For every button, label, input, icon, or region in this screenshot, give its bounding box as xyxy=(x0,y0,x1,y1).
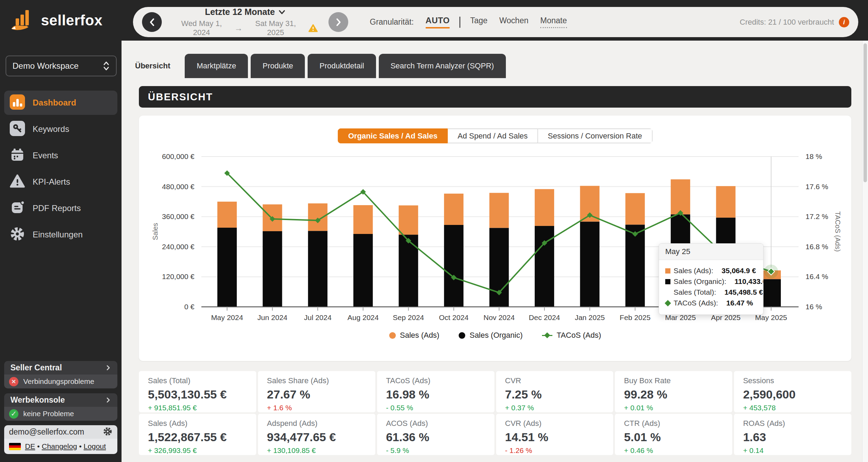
legend-line-marker xyxy=(542,332,552,339)
kpi-value: 14.51 % xyxy=(505,430,604,444)
calendar-icon xyxy=(10,147,25,164)
connection-header[interactable]: Werbekonsole xyxy=(4,393,117,407)
sidebar-item-dashboard[interactable]: Dashboard xyxy=(4,91,117,115)
legend-item-sales-ads-[interactable]: Sales (Ads) xyxy=(389,331,440,340)
key-icon xyxy=(10,121,25,137)
sidebar-item-kpi-alerts[interactable]: KPI-Alerts xyxy=(4,170,117,194)
date-range: Letzte 12 Monate Wed May 1, 2024 → Sat M… xyxy=(172,7,318,37)
kpi-card-tacos-ads-: TACoS (Ads)16.98 %- 0.55 % xyxy=(377,371,494,412)
tooltip-row: TACoS (Ads): 16.47 % xyxy=(665,299,757,307)
granularity-option-tage[interactable]: Tage xyxy=(470,16,487,28)
user-account-row: demo@sellerfox.com xyxy=(4,425,117,439)
kpi-card-sessions: Sessions2,590,600+ 453,578 xyxy=(734,371,851,412)
kpi-delta: + 0.46 % xyxy=(624,446,723,455)
sidebar-item-label: Keywords xyxy=(33,124,69,134)
user-settings-gear-icon[interactable] xyxy=(103,427,112,438)
kpi-label: TACoS (Ads) xyxy=(386,376,485,385)
kpi-label: Buy Box Rate xyxy=(624,376,723,385)
granularity-option-wochen[interactable]: Wochen xyxy=(499,16,528,28)
y-tick-left: 480,000 € xyxy=(139,183,194,191)
connection-status-text: keine Probleme xyxy=(23,410,74,418)
kpi-value: 27.67 % xyxy=(267,388,366,401)
legend-label: Sales (Organic) xyxy=(469,331,523,340)
y-tick-right: 18 % xyxy=(806,152,822,161)
kpi-delta: + 130,109.85 € xyxy=(267,446,366,455)
tab-search-term-analyzer-sqpr-[interactable]: Search Term Analyzer (SQPR) xyxy=(379,54,506,78)
tab-bar: ÜbersichtMarktplätzeProdukteProduktdetai… xyxy=(123,54,506,78)
toggle-organic-sales-ad-sales[interactable]: Organic Sales / Ad Sales xyxy=(338,128,448,143)
sidebar-item-pdf-reports[interactable]: PDF Reports xyxy=(4,196,117,220)
tooltip-label: TACoS (Ads): xyxy=(674,299,718,307)
tooltip-value: 35,064.9 € xyxy=(721,267,756,275)
kpi-delta: - 0.55 % xyxy=(386,404,485,412)
chart-card: Organic Sales / Ad SalesAd Spend / Ad Sa… xyxy=(139,116,851,361)
info-icon[interactable]: i xyxy=(839,17,849,27)
kpi-label: Sessions xyxy=(743,376,842,385)
user-link-de[interactable]: DE xyxy=(25,442,35,450)
workspace-selector[interactable]: Demo Workspace xyxy=(6,56,117,76)
next-period-button[interactable] xyxy=(328,12,348,32)
check-icon: ✓ xyxy=(9,409,18,419)
tab-übersicht[interactable]: Übersicht xyxy=(123,54,182,78)
chart-view-toggle: Organic Sales / Ad SalesAd Spend / Ad Sa… xyxy=(338,128,653,143)
warning-icon xyxy=(308,24,318,33)
user-card: demo@sellerfox.com DE • Changelog • Logo… xyxy=(4,425,117,454)
chevron-right-icon xyxy=(105,397,111,403)
chart-legend: Sales (Ads)Sales (Organic)TACoS (Ads) xyxy=(139,331,851,340)
topbar: sellerfox Letzte 12 Monate Wed May 1, 20… xyxy=(0,0,868,41)
toggle-ad-spend-ad-sales[interactable]: Ad Spend / Ad Sales xyxy=(448,128,538,143)
kpi-card-sales-total-: Sales (Total)5,503,130.55 €+ 915,851.95 … xyxy=(139,371,256,412)
chevron-right-icon xyxy=(105,365,111,371)
granularity-option-auto[interactable]: AUTO xyxy=(426,16,450,28)
granularity-switch: Granularität: AUTO Tage Wochen Monate xyxy=(370,16,567,28)
previous-period-button[interactable] xyxy=(142,12,162,32)
kpi-delta: + 453,578 xyxy=(743,404,842,412)
separator: • xyxy=(35,442,42,450)
user-links: DE • Changelog • Logout xyxy=(25,442,106,451)
toggle-sessions-conversion-rate[interactable]: Sessions / Conversion Rate xyxy=(538,128,652,143)
dashboard-icon xyxy=(10,94,25,111)
sidebar-item-label: Einstellungen xyxy=(33,230,83,240)
user-link-logout[interactable]: Logout xyxy=(84,442,106,450)
sidebar-item-events[interactable]: Events xyxy=(4,143,117,168)
legend-item-tacos-ads-[interactable]: TACoS (Ads) xyxy=(542,331,601,340)
kpi-card-ctr-ads-: CTR (Ads)5.01 %+ 0.46 % xyxy=(615,414,732,455)
tooltip-label: Sales (Ads): xyxy=(674,267,713,275)
legend-item-sales-organic-[interactable]: Sales (Organic) xyxy=(459,331,523,340)
tooltip-marker xyxy=(665,300,671,306)
sidebar-menu: DashboardKeywordsEventsKPI-AlertsPDF Rep… xyxy=(4,91,117,249)
date-preset-dropdown[interactable]: Letzte 12 Monate xyxy=(172,7,318,17)
sidebar-item-keywords[interactable]: Keywords xyxy=(4,117,117,141)
legend-label: TACoS (Ads) xyxy=(557,331,601,340)
gear-icon xyxy=(10,226,25,243)
y-tick-right: 16 % xyxy=(806,303,822,311)
tooltip-row: Sales (Total): 145,498.5 € xyxy=(665,288,757,296)
tooltip-value: 145,498.5 € xyxy=(724,288,763,296)
tooltip-row: Sales (Organic): 110,433.6 € xyxy=(665,277,757,286)
sidebar-item-einstellungen[interactable]: Einstellungen xyxy=(4,222,117,247)
sidebar-item-label: KPI-Alerts xyxy=(33,177,70,187)
kpi-grid: Sales (Total)5,503,130.55 €+ 915,851.95 … xyxy=(139,371,851,455)
section-header: ÜBERSICHT xyxy=(139,86,851,108)
y-axis-title-right: TACoS (Ads) xyxy=(834,211,842,252)
user-link-changelog[interactable]: Changelog xyxy=(42,442,77,450)
tab-marktplätze[interactable]: Marktplätze xyxy=(185,54,248,78)
granularity-option-monate[interactable]: Monate xyxy=(540,16,567,28)
legend-circle-marker xyxy=(389,332,396,339)
sidebar-item-label: Dashboard xyxy=(33,98,76,108)
user-links-row: DE • Changelog • Logout xyxy=(4,439,117,454)
kpi-delta: + 0.01 % xyxy=(624,404,723,412)
tab-produkte[interactable]: Produkte xyxy=(251,54,305,78)
kpi-delta: + 0.37 % xyxy=(505,404,604,412)
kpi-value: 5.01 % xyxy=(624,430,723,444)
scrollbar-thumb[interactable] xyxy=(863,43,867,182)
kpi-delta: - 1.26 % xyxy=(505,446,604,455)
kpi-delta: + 915,851.95 € xyxy=(148,404,247,412)
connection-header[interactable]: Seller Central xyxy=(4,361,117,375)
kpi-value: 16.98 % xyxy=(386,388,485,401)
page-scrollbar[interactable] xyxy=(862,41,868,462)
tooltip-label: Sales (Total): xyxy=(674,288,716,296)
user-email: demo@sellerfox.com xyxy=(9,427,84,437)
kpi-label: CTR (Ads) xyxy=(624,419,723,428)
tab-produktdetail[interactable]: Produktdetail xyxy=(308,54,376,78)
